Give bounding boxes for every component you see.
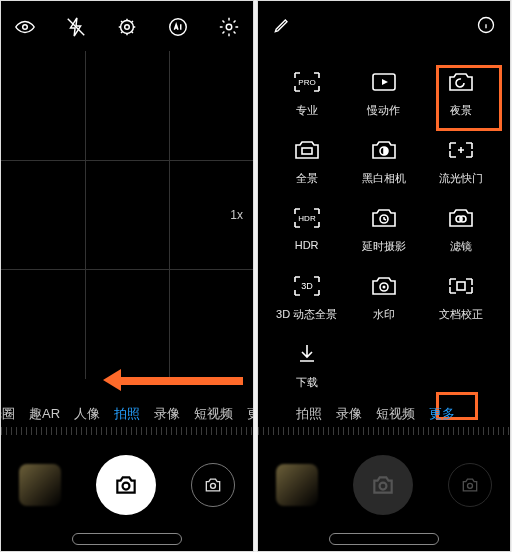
settings-gear-icon[interactable] — [115, 15, 139, 39]
svg-rect-19 — [457, 282, 465, 290]
top-toolbar — [258, 1, 510, 43]
svg-rect-10 — [302, 148, 312, 154]
filter-icon — [444, 203, 478, 233]
download-icon — [290, 339, 324, 369]
night-icon — [444, 67, 478, 97]
mode-aperture[interactable]: 光圈 — [1, 405, 15, 423]
flash-off-icon[interactable] — [64, 15, 88, 39]
gallery-thumbnail[interactable] — [276, 464, 318, 506]
viewfinder[interactable]: 1x — [1, 51, 253, 379]
svg-point-6 — [211, 483, 216, 488]
edit-icon[interactable] — [272, 15, 292, 39]
mode-label: 全景 — [296, 171, 318, 186]
mode-label: 3D 动态全景 — [276, 307, 337, 322]
pro-icon: PRO — [290, 67, 324, 97]
mode-slowmo[interactable]: 慢动作 — [345, 63, 422, 131]
watermark-icon — [367, 271, 401, 301]
svg-text:3D: 3D — [301, 281, 313, 291]
eye-icon[interactable] — [13, 15, 37, 39]
shutter-button[interactable] — [96, 455, 156, 515]
mode-watermark[interactable]: 水印 — [345, 267, 422, 335]
shutter-button — [353, 455, 413, 515]
panorama-icon — [290, 135, 324, 165]
mode-timelapse[interactable]: 延时摄影 — [345, 199, 422, 267]
mode-lightpaint[interactable]: 流光快门 — [423, 131, 500, 199]
svg-point-3 — [170, 19, 187, 36]
mode-label: 滤镜 — [450, 239, 472, 254]
screenshot-camera: 1x 光圈 趣AR 人像 拍照 录像 短视频 更 — [0, 0, 254, 552]
camera-icon — [113, 472, 139, 498]
mode-docscan[interactable]: 文档校正 — [423, 267, 500, 335]
svg-point-1 — [121, 21, 134, 34]
mode-night[interactable]: 夜景 — [423, 63, 500, 131]
svg-point-0 — [23, 25, 28, 30]
gridline — [1, 269, 253, 270]
mode-3dpano[interactable]: 3D 3D 动态全景 — [268, 267, 345, 335]
mode-ticks — [258, 427, 510, 435]
slowmo-icon — [367, 67, 401, 97]
gallery-thumbnail[interactable] — [19, 464, 61, 506]
zoom-indicator[interactable]: 1x — [230, 208, 243, 222]
top-toolbar — [1, 1, 253, 45]
mode-label: 文档校正 — [439, 307, 483, 322]
hdr-icon: HDR — [290, 203, 324, 233]
nav-pill[interactable] — [329, 533, 439, 545]
svg-point-5 — [123, 483, 130, 490]
mode-hdr[interactable]: HDR HDR — [268, 199, 345, 267]
svg-point-2 — [125, 25, 130, 30]
mode-photo[interactable]: 拍照 — [114, 405, 140, 423]
mode-portrait[interactable]: 人像 — [74, 405, 100, 423]
mode-more[interactable]: 更多 — [429, 405, 455, 423]
mode-mono[interactable]: 黑白相机 — [345, 131, 422, 199]
mode-filter[interactable]: 滤镜 — [423, 199, 500, 267]
mode-label: 水印 — [373, 307, 395, 322]
mono-icon — [367, 135, 401, 165]
mode-pro[interactable]: PRO 专业 — [268, 63, 345, 131]
bottom-bar — [1, 445, 253, 525]
gridline — [1, 160, 253, 161]
mode-label: 流光快门 — [439, 171, 483, 186]
svg-text:PRO: PRO — [298, 78, 315, 87]
mode-more[interactable]: 更 — [247, 405, 253, 423]
mode-label: 慢动作 — [367, 103, 400, 118]
svg-point-20 — [380, 483, 387, 490]
mode-label: 下载 — [296, 375, 318, 390]
nav-pill[interactable] — [72, 533, 182, 545]
mode-label: HDR — [295, 239, 319, 251]
modes-grid: PRO 专业 慢动作 夜景 全景 黑白相机 流光快门 HDR HDR — [258, 59, 510, 379]
mode-strip[interactable]: 光圈 趣AR 人像 拍照 录像 短视频 更 — [1, 405, 253, 423]
mode-video[interactable]: 录像 — [154, 405, 180, 423]
mode-ticks — [1, 427, 253, 435]
mode-label: 黑白相机 — [362, 171, 406, 186]
timelapse-icon — [367, 203, 401, 233]
mode-shortvideo[interactable]: 短视频 — [194, 405, 233, 423]
gridline — [169, 51, 170, 379]
settings-icon[interactable] — [217, 15, 241, 39]
mode-strip[interactable]: 拍照 录像 短视频 更多 — [258, 405, 510, 423]
lightpaint-icon — [444, 135, 478, 165]
mode-panorama[interactable]: 全景 — [268, 131, 345, 199]
camera-icon — [370, 472, 396, 498]
svg-point-4 — [226, 24, 232, 30]
svg-text:HDR: HDR — [298, 214, 316, 223]
gridline — [85, 51, 86, 379]
mode-photo[interactable]: 拍照 — [296, 405, 322, 423]
switch-camera-button — [448, 463, 492, 507]
svg-point-18 — [382, 286, 385, 289]
info-icon[interactable] — [476, 15, 496, 39]
mode-label: 延时摄影 — [362, 239, 406, 254]
svg-point-15 — [460, 216, 466, 222]
mode-label: 夜景 — [450, 103, 472, 118]
mode-label: 专业 — [296, 103, 318, 118]
bottom-bar — [258, 445, 510, 525]
ai-icon[interactable] — [166, 15, 190, 39]
switch-camera-button[interactable] — [191, 463, 235, 507]
3dpano-icon: 3D — [290, 271, 324, 301]
svg-point-21 — [468, 483, 473, 488]
mode-ar[interactable]: 趣AR — [29, 405, 60, 423]
mode-shortvideo[interactable]: 短视频 — [376, 405, 415, 423]
mode-download[interactable]: 下载 — [268, 335, 345, 403]
screenshot-more-modes: PRO 专业 慢动作 夜景 全景 黑白相机 流光快门 HDR HDR — [257, 0, 511, 552]
docscan-icon — [444, 271, 478, 301]
mode-video[interactable]: 录像 — [336, 405, 362, 423]
